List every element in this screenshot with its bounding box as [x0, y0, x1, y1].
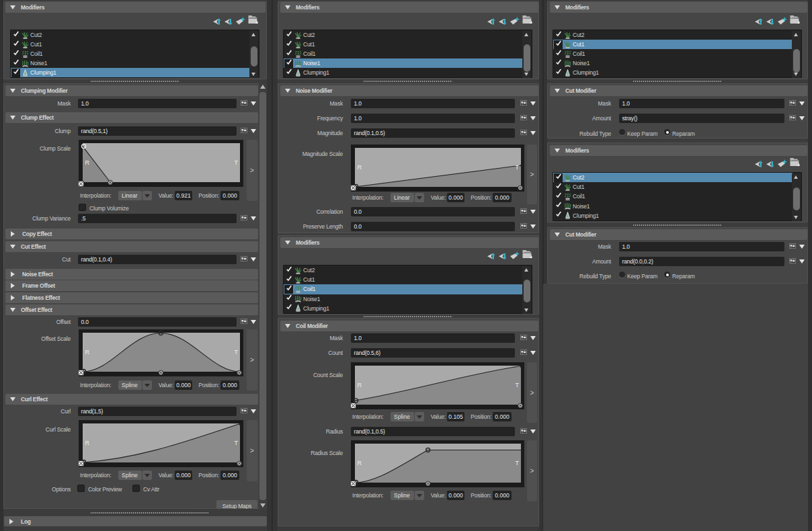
- svg-text:T: T: [235, 159, 239, 166]
- svg-text:R: R: [85, 440, 90, 446]
- svg-text:T: T: [235, 349, 239, 356]
- svg-text:R: R: [358, 460, 362, 466]
- svg-text:T: T: [516, 164, 520, 171]
- svg-text:R: R: [358, 382, 362, 389]
- svg-text:R: R: [85, 159, 90, 166]
- svg-text:R: R: [85, 349, 90, 356]
- svg-text:T: T: [516, 382, 520, 389]
- svg-text:T: T: [235, 440, 239, 446]
- svg-text:T: T: [516, 460, 520, 466]
- svg-text:R: R: [358, 164, 362, 171]
